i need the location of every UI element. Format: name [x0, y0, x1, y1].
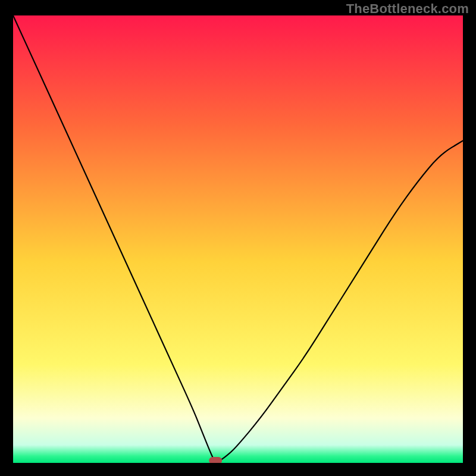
optimum-marker: [209, 457, 222, 463]
bottleneck-chart: [13, 15, 463, 463]
watermark-text: TheBottleneck.com: [346, 1, 469, 17]
chart-frame: TheBottleneck.com: [0, 0, 476, 476]
chart-svg: [13, 15, 463, 463]
gradient-background: [13, 15, 463, 463]
